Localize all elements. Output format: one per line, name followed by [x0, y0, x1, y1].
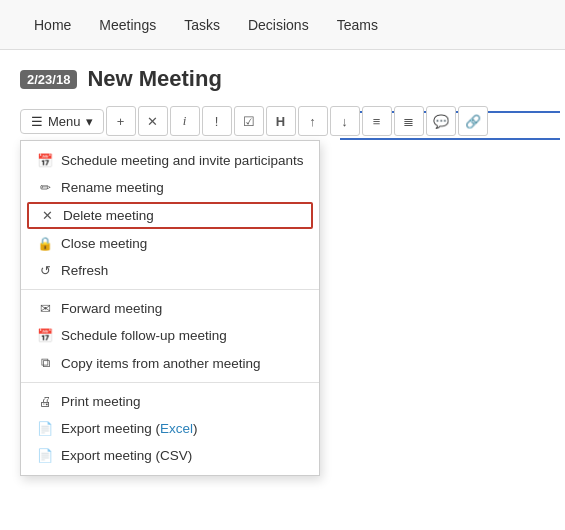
- menu-button[interactable]: ☰ Menu ▾: [20, 109, 104, 134]
- forward-icon: ✉: [37, 301, 53, 316]
- list-ol-button[interactable]: ≡: [362, 106, 392, 136]
- list-ul-button[interactable]: ≣: [394, 106, 424, 136]
- plus-button[interactable]: +: [106, 106, 136, 136]
- meeting-header: 2/23/18 New Meeting: [20, 66, 545, 92]
- date-badge: 2/23/18: [20, 70, 77, 89]
- meeting-title: New Meeting: [87, 66, 221, 92]
- menu-item-forward-label: Forward meeting: [61, 301, 162, 316]
- divider-1: [21, 289, 319, 290]
- menu-item-rename[interactable]: ✏ Rename meeting: [21, 174, 319, 201]
- menu-item-followup-label: Schedule follow-up meeting: [61, 328, 227, 343]
- header-button[interactable]: H: [266, 106, 296, 136]
- menu-label: Menu: [48, 114, 81, 129]
- info-button[interactable]: i: [170, 106, 200, 136]
- menu-item-export-csv-label: Export meeting (CSV): [61, 448, 192, 463]
- menu-item-export-excel-label: Export meeting (Excel): [61, 421, 198, 436]
- nav-item-tasks[interactable]: Tasks: [170, 0, 234, 50]
- divider-2: [21, 382, 319, 383]
- menu-item-export-csv[interactable]: 📄 Export meeting (CSV): [21, 442, 319, 469]
- menu-item-schedule[interactable]: 📅 Schedule meeting and invite participan…: [21, 147, 319, 174]
- calendar-icon: 📅: [37, 153, 53, 168]
- excel-link[interactable]: Excel: [160, 421, 193, 436]
- menu-item-refresh[interactable]: ↺ Refresh: [21, 257, 319, 284]
- toolbar: ☰ Menu ▾ + ✕ i ! ☑ H ↑ ↓ ≡ ≣ 💬 🔗 📅 Sched…: [20, 106, 545, 136]
- edit-icon: ✏: [37, 180, 53, 195]
- print-icon: 🖨: [37, 394, 53, 409]
- link-button[interactable]: 🔗: [458, 106, 488, 136]
- menu-item-copy-label: Copy items from another meeting: [61, 356, 261, 371]
- export-excel-icon: 📄: [37, 421, 53, 436]
- page-content: 2/23/18 New Meeting ☰ Menu ▾ + ✕ i ! ☑ H…: [0, 50, 565, 162]
- followup-icon: 📅: [37, 328, 53, 343]
- lock-icon: 🔒: [37, 236, 53, 251]
- menu-item-close[interactable]: 🔒 Close meeting: [21, 230, 319, 257]
- refresh-icon: ↺: [37, 263, 53, 278]
- menu-item-close-label: Close meeting: [61, 236, 147, 251]
- arrow-down-button[interactable]: ↓: [330, 106, 360, 136]
- dropdown-menu: 📅 Schedule meeting and invite participan…: [20, 140, 320, 476]
- export-csv-icon: 📄: [37, 448, 53, 463]
- delete-icon: ✕: [39, 208, 55, 223]
- menu-item-export-excel[interactable]: 📄 Export meeting (Excel): [21, 415, 319, 442]
- menu-item-rename-label: Rename meeting: [61, 180, 164, 195]
- menu-item-print[interactable]: 🖨 Print meeting: [21, 388, 319, 415]
- nav-bar: Home Meetings Tasks Decisions Teams: [0, 0, 565, 50]
- nav-item-teams[interactable]: Teams: [323, 0, 392, 50]
- menu-item-delete[interactable]: ✕ Delete meeting: [27, 202, 313, 229]
- times-button[interactable]: ✕: [138, 106, 168, 136]
- menu-item-print-label: Print meeting: [61, 394, 141, 409]
- menu-item-schedule-label: Schedule meeting and invite participants: [61, 153, 303, 168]
- arrow-up-button[interactable]: ↑: [298, 106, 328, 136]
- menu-item-forward[interactable]: ✉ Forward meeting: [21, 295, 319, 322]
- comment-button[interactable]: 💬: [426, 106, 456, 136]
- nav-item-meetings[interactable]: Meetings: [85, 0, 170, 50]
- nav-item-decisions[interactable]: Decisions: [234, 0, 323, 50]
- copy-icon: ⧉: [37, 355, 53, 371]
- nav-item-home[interactable]: Home: [20, 0, 85, 50]
- menu-item-delete-label: Delete meeting: [63, 208, 154, 223]
- menu-item-refresh-label: Refresh: [61, 263, 108, 278]
- menu-caret-icon: ▾: [86, 114, 93, 129]
- exclamation-button[interactable]: !: [202, 106, 232, 136]
- menu-icon: ☰: [31, 114, 43, 129]
- menu-item-copy[interactable]: ⧉ Copy items from another meeting: [21, 349, 319, 377]
- check-button[interactable]: ☑: [234, 106, 264, 136]
- content-line-2: [340, 138, 560, 140]
- menu-item-followup[interactable]: 📅 Schedule follow-up meeting: [21, 322, 319, 349]
